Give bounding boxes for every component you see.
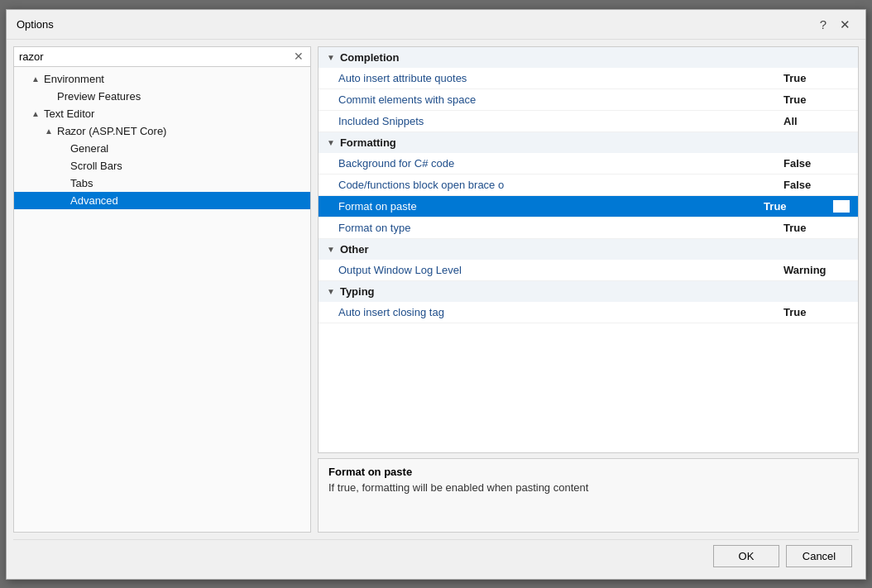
help-button[interactable]: ? [815,17,831,32]
setting-row[interactable]: Format on typeTrue [319,218,858,239]
cancel-button[interactable]: Cancel [786,545,852,567]
section-label: Other [340,243,369,256]
setting-row[interactable]: Auto insert closing tagTrue [319,302,858,323]
main-area: ✕ ▲EnvironmentPreview Features▲Text Edit… [13,46,859,533]
ok-button[interactable]: OK [713,545,779,567]
setting-value: True [783,222,850,234]
search-bar: ✕ [14,47,310,67]
tree-item-tabs[interactable]: Tabs [14,174,310,192]
description-title: Format on paste [328,466,848,478]
setting-row[interactable]: Output Window Log LevelWarning [319,260,858,281]
description-text: If true, formatting will be enabled when… [328,481,848,494]
chevron-icon: ▼ [327,138,335,147]
section-header-other[interactable]: ▼Other [319,239,858,260]
expand-icon: ▲ [31,109,41,118]
setting-row[interactable]: Commit elements with spaceTrue [319,89,858,111]
setting-row[interactable]: Format on pasteTrue▼ [319,196,858,218]
tree-label: Text Editor [44,108,94,120]
setting-value: True [783,93,850,106]
left-panel: ✕ ▲EnvironmentPreview Features▲Text Edit… [13,46,311,533]
section-label: Completion [340,51,400,64]
setting-name: Auto insert attribute quotes [338,72,783,84]
search-clear-button[interactable]: ✕ [292,50,305,62]
dialog-body: ✕ ▲EnvironmentPreview Features▲Text Edit… [7,40,865,579]
setting-name: Auto insert closing tag [338,306,783,318]
close-button[interactable]: ✕ [835,17,855,32]
tree-label: Razor (ASP.NET Core) [57,125,166,137]
setting-name: Format on type [338,222,783,234]
setting-name: Code/functions block open brace o [338,179,783,191]
setting-row[interactable]: Code/functions block open brace oFalse [319,174,858,196]
setting-name: Included Snippets [338,115,783,127]
title-bar-controls: ? ✕ [815,17,855,32]
setting-dropdown-button[interactable]: ▼ [833,200,850,213]
tree-item-environment[interactable]: ▲Environment [14,70,310,88]
section-header-completion[interactable]: ▼Completion [319,47,858,68]
options-dialog: Options ? ✕ ✕ ▲EnvironmentPreview Featur… [6,9,866,580]
setting-row[interactable]: Auto insert attribute quotesTrue [319,68,858,89]
settings-area: ▼CompletionAuto insert attribute quotesT… [318,46,859,453]
chevron-icon: ▼ [327,245,335,254]
search-input[interactable] [19,50,289,63]
setting-value: Warning [783,264,850,276]
setting-name: Commit elements with space [338,93,783,106]
tree-label: General [70,142,108,155]
tree-item-razor[interactable]: ▲Razor (ASP.NET Core) [14,122,310,140]
tree-label: Environment [44,73,104,85]
tree-item-general[interactable]: General [14,140,310,157]
setting-value: True [783,306,850,318]
setting-value: True [783,72,850,84]
chevron-icon: ▼ [327,287,335,296]
title-bar: Options ? ✕ [7,10,865,40]
tree-label: Scroll Bars [70,160,122,172]
tree-area: ▲EnvironmentPreview Features▲Text Editor… [14,67,310,532]
tree-item-scroll-bars[interactable]: Scroll Bars [14,157,310,174]
setting-name: Background for C# code [338,157,783,170]
footer: OK Cancel [13,539,859,572]
section-label: Formatting [340,136,396,149]
tree-item-advanced[interactable]: Advanced [14,192,310,209]
tree-label: Advanced [70,194,118,207]
setting-row[interactable]: Background for C# codeFalse [319,153,858,174]
section-header-formatting[interactable]: ▼Formatting [319,132,858,153]
expand-icon: ▲ [44,127,54,136]
section-label: Typing [340,285,375,298]
setting-name: Format on paste [338,200,764,213]
tree-label: Tabs [70,177,93,189]
tree-item-preview-features[interactable]: Preview Features [14,88,310,105]
setting-value: False [783,179,850,191]
setting-value: False [783,157,850,170]
setting-row[interactable]: Included SnippetsAll [319,111,858,132]
chevron-icon: ▼ [327,53,335,62]
setting-name: Output Window Log Level [338,264,783,276]
setting-value: True [764,200,830,213]
dialog-title: Options [17,18,54,31]
description-panel: Format on paste If true, formatting will… [318,458,859,533]
section-header-typing[interactable]: ▼Typing [319,281,858,302]
tree-label: Preview Features [57,90,141,103]
tree-item-text-editor[interactable]: ▲Text Editor [14,105,310,122]
setting-value: All [783,115,850,127]
right-panel: ▼CompletionAuto insert attribute quotesT… [318,46,859,533]
expand-icon: ▲ [31,74,41,84]
